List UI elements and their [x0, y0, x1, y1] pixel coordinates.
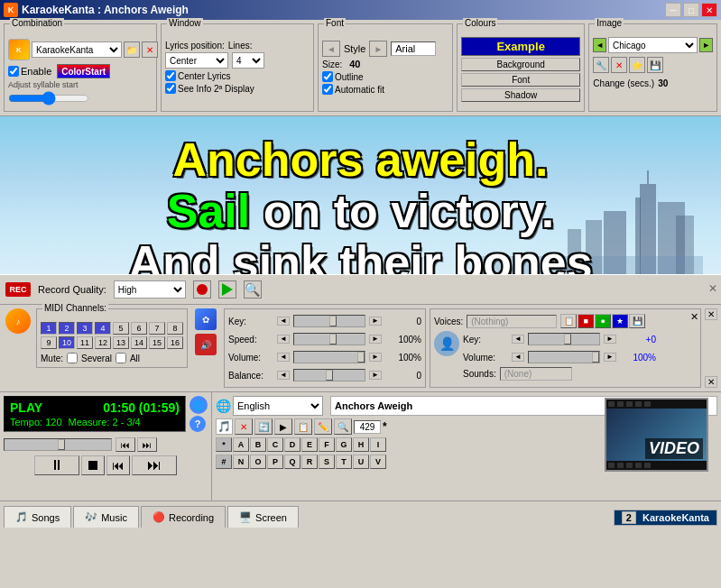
style-next-btn[interactable]: ► [369, 41, 387, 57]
song-search-btn[interactable]: 🔍 [334, 418, 352, 435]
background-button[interactable]: Background [461, 58, 580, 71]
lyrics-pos-select[interactable]: Center [165, 52, 228, 69]
syllable-slider[interactable] [8, 91, 89, 106]
autofit-checkbox[interactable] [322, 84, 333, 95]
speed-down-btn[interactable]: ◄ [277, 335, 290, 344]
shadow-button[interactable]: Shadow [461, 88, 580, 102]
alpha-S[interactable]: S [319, 455, 335, 469]
image-btn2[interactable]: ✕ [611, 57, 627, 73]
volume-up-btn[interactable]: ► [369, 353, 382, 362]
pause-button[interactable]: ⏸ [34, 455, 79, 475]
nav-prev-btn[interactable]: ⏮ [116, 437, 135, 452]
song-list-btn[interactable]: 📋 [294, 418, 312, 435]
alpha-Q[interactable]: Q [284, 455, 300, 469]
combination-select[interactable]: KaraokeKanta [32, 41, 122, 58]
song-delete-btn[interactable]: ✕ [235, 418, 253, 435]
alpha-P[interactable]: P [267, 455, 283, 469]
image-btn3[interactable]: ⭐ [629, 57, 645, 73]
record-options-btn[interactable] [193, 280, 211, 299]
alpha-N[interactable]: N [233, 455, 249, 469]
image-prev-btn[interactable]: ◄ [593, 38, 606, 52]
alpha-R[interactable]: R [301, 455, 318, 469]
key-down-btn[interactable]: ◄ [277, 317, 290, 326]
ch-btn-16[interactable]: 16 [167, 336, 183, 349]
voices-btn5[interactable]: 💾 [629, 314, 645, 328]
ch-btn-1[interactable]: 1 [41, 322, 57, 335]
ch-btn-8[interactable]: 8 [167, 322, 183, 335]
ch-btn-7[interactable]: 7 [149, 322, 165, 335]
tab-screen[interactable]: 🖥️ Screen [227, 506, 299, 528]
several-checkbox[interactable] [67, 353, 78, 363]
voices-btn3[interactable]: ● [595, 314, 611, 328]
help-button[interactable]: ? [189, 416, 206, 432]
volume-slider-track[interactable] [293, 351, 365, 363]
ch-btn-5[interactable]: 5 [113, 322, 129, 335]
voices-key-up[interactable]: ► [604, 335, 616, 344]
alpha-D[interactable]: D [284, 437, 300, 452]
voices-key-down[interactable]: ◄ [512, 335, 524, 344]
colorstart-button[interactable]: ColorStart [57, 64, 110, 78]
ch-btn-13[interactable]: 13 [113, 336, 129, 349]
balance-down-btn[interactable]: ◄ [277, 371, 290, 380]
close-button[interactable]: ✕ [701, 3, 717, 17]
combination-open-btn[interactable]: 📁 [124, 41, 140, 58]
song-play-btn[interactable]: ▶ [274, 418, 292, 435]
alpha-V[interactable]: V [370, 455, 386, 469]
alpha-B[interactable]: B [250, 437, 266, 452]
volume-down-btn[interactable]: ◄ [277, 353, 290, 362]
all-checkbox[interactable] [116, 353, 126, 363]
nav-skip-btn[interactable]: ⏭ [137, 437, 157, 452]
pitch-slider[interactable] [4, 438, 112, 451]
alpha-O[interactable]: O [250, 455, 266, 469]
ch-btn-6[interactable]: 6 [131, 322, 147, 335]
tab-music[interactable]: 🎶 Music [73, 506, 139, 528]
ch-btn-12[interactable]: 12 [95, 336, 111, 349]
alpha-U[interactable]: U [353, 455, 369, 469]
song-edit-btn[interactable]: ✏️ [314, 418, 332, 435]
voices-vol-up[interactable]: ► [604, 353, 616, 362]
ch-btn-11[interactable]: 11 [77, 336, 93, 349]
speed-up-btn[interactable]: ► [369, 335, 382, 344]
voices-section-close[interactable]: ✕ [705, 376, 717, 388]
quality-select[interactable]: High [114, 280, 186, 299]
voices-vol-slider[interactable] [528, 351, 600, 363]
sounds-value[interactable]: (None) [500, 367, 572, 381]
alpha-T[interactable]: T [336, 455, 352, 469]
voices-key-slider[interactable] [528, 333, 600, 345]
record-close-btn[interactable]: ✕ [708, 282, 717, 295]
search-rec-btn[interactable]: 🔍 [244, 280, 262, 299]
song-refresh-btn[interactable]: 🔄 [254, 418, 273, 435]
forward-button[interactable]: ⏭ [132, 455, 177, 475]
language-select[interactable]: English [233, 396, 323, 416]
alpha-F[interactable]: F [319, 437, 335, 452]
balance-slider[interactable] [293, 369, 365, 381]
see-info-checkbox[interactable] [165, 83, 176, 94]
font-color-button[interactable]: Font [461, 73, 580, 87]
enable-checkbox[interactable] [8, 66, 19, 77]
image-select[interactable]: Chicago [608, 37, 698, 53]
ch-btn-4[interactable]: 4 [95, 322, 111, 335]
ch-btn-10[interactable]: 10 [59, 336, 75, 349]
balance-up-btn[interactable]: ► [369, 371, 382, 380]
image-next-btn[interactable]: ► [699, 38, 713, 52]
lines-select[interactable]: 4 [232, 52, 264, 69]
close-voices-btn[interactable]: ✕ [690, 311, 698, 323]
ch-btn-3[interactable]: 3 [77, 322, 93, 335]
globe-icon[interactable]: 🌐 [189, 396, 208, 414]
key-up-btn[interactable]: ► [369, 317, 382, 326]
alpha-star[interactable]: * [216, 437, 232, 452]
center-lyrics-checkbox[interactable] [165, 70, 176, 81]
ch-btn-9[interactable]: 9 [41, 336, 57, 349]
alpha-H[interactable]: H [353, 437, 369, 452]
play-preview-btn[interactable] [218, 280, 236, 299]
tab-recording[interactable]: 🔴 Recording [141, 506, 226, 528]
outline-checkbox[interactable] [322, 71, 333, 82]
alpha-G[interactable]: G [336, 437, 352, 452]
style-prev-btn[interactable]: ◄ [322, 41, 340, 57]
alpha-I[interactable]: I [370, 437, 386, 452]
key-slider-track[interactable] [293, 315, 365, 327]
voices-vol-down[interactable]: ◄ [512, 353, 524, 362]
alpha-E[interactable]: E [301, 437, 318, 452]
stop-button[interactable]: ⏹ [81, 455, 105, 475]
voices-btn4[interactable]: ★ [612, 314, 628, 328]
